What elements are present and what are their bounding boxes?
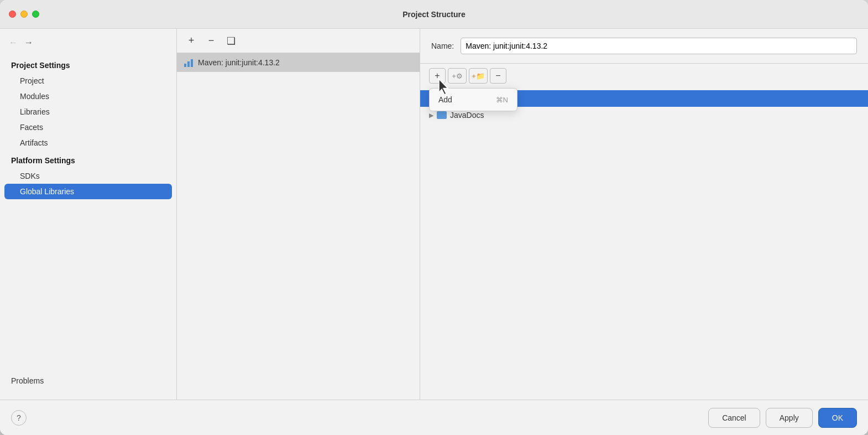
tree-panel: ▶ Sources ▶ JavaDocs — [420, 88, 868, 400]
tree-item-javadocs-label: JavaDocs — [450, 111, 484, 120]
tree-arrow-javadocs: ▶ — [429, 112, 433, 119]
add-library-button[interactable]: + — [184, 33, 199, 49]
sidebar-item-modules[interactable]: Modules — [0, 89, 176, 104]
add-tooltip-label: Add — [438, 95, 452, 104]
remove-entry-button[interactable]: − — [490, 68, 506, 84]
main-content: ← → Project Settings Project Modules Lib… — [0, 29, 868, 400]
maximize-button[interactable] — [32, 11, 39, 18]
add-tooltip-shortcut: ⌘N — [496, 96, 508, 104]
forward-arrow[interactable]: → — [22, 37, 35, 49]
cancel-button[interactable]: Cancel — [708, 408, 760, 428]
name-label: Name: — [431, 42, 454, 50]
lib-list-panel: + − ❑ Maven: junit:junit:4.13.2 — [177, 29, 420, 400]
apply-button[interactable]: Apply — [766, 408, 813, 428]
sidebar-item-facets[interactable]: Facets — [0, 120, 176, 135]
sidebar-item-project[interactable]: Project — [0, 73, 176, 89]
sidebar-item-problems[interactable]: Problems — [11, 373, 165, 389]
sidebar-item-global-libraries[interactable]: Global Libraries — [4, 184, 172, 199]
dialog-title: Project Structure — [402, 10, 466, 19]
add-special1-button[interactable]: +⚙ — [448, 68, 467, 84]
bottom-actions: Cancel Apply OK — [708, 408, 857, 428]
remove-library-button[interactable]: − — [203, 33, 219, 49]
ok-button[interactable]: OK — [818, 408, 857, 428]
titlebar: Project Structure — [0, 0, 868, 29]
lib-item-label: Maven: junit:junit:4.13.2 — [198, 58, 280, 67]
sidebar-item-artifacts[interactable]: Artifacts — [0, 135, 176, 151]
sidebar: ← → Project Settings Project Modules Lib… — [0, 29, 177, 400]
sidebar-item-libraries[interactable]: Libraries — [0, 104, 176, 120]
detail-toolbar: + +⚙ +📁 − — [420, 64, 868, 88]
right-panel: + − ❑ Maven: junit:junit:4.13.2 — [177, 29, 868, 400]
lib-list-toolbar: + − ❑ — [177, 29, 420, 53]
sidebar-bottom: Problems — [0, 367, 176, 394]
list-item[interactable]: Maven: junit:junit:4.13.2 — [177, 53, 420, 72]
add-entry-button[interactable]: + — [429, 68, 446, 84]
bottom-bar: ? Cancel Apply OK — [0, 400, 868, 435]
project-settings-heading: Project Settings — [0, 58, 176, 73]
detail-panel: Name: + +⚙ +📁 − — [420, 29, 868, 400]
window-controls — [9, 11, 39, 18]
maven-icon — [184, 58, 194, 68]
back-arrow[interactable]: ← — [7, 37, 20, 49]
minimize-button[interactable] — [20, 11, 28, 18]
sidebar-nav: ← → — [0, 34, 176, 51]
name-input[interactable] — [461, 38, 857, 54]
copy-library-button[interactable]: ❑ — [223, 33, 239, 49]
platform-settings-heading: Platform Settings — [0, 153, 176, 168]
add-tooltip-item[interactable]: Add ⌘N — [430, 92, 517, 107]
add-tooltip-dropdown: Add ⌘N — [429, 88, 517, 111]
sidebar-item-sdks[interactable]: SDKs — [0, 168, 176, 184]
add-special2-button[interactable]: +📁 — [469, 68, 488, 84]
help-button[interactable]: ? — [11, 410, 27, 426]
folder-icon-javadocs — [437, 111, 447, 119]
close-button[interactable] — [9, 11, 16, 18]
name-row: Name: — [420, 29, 868, 64]
project-structure-dialog: Project Structure ← → Project Settings P… — [0, 0, 868, 435]
lib-list: Maven: junit:junit:4.13.2 — [177, 53, 420, 400]
